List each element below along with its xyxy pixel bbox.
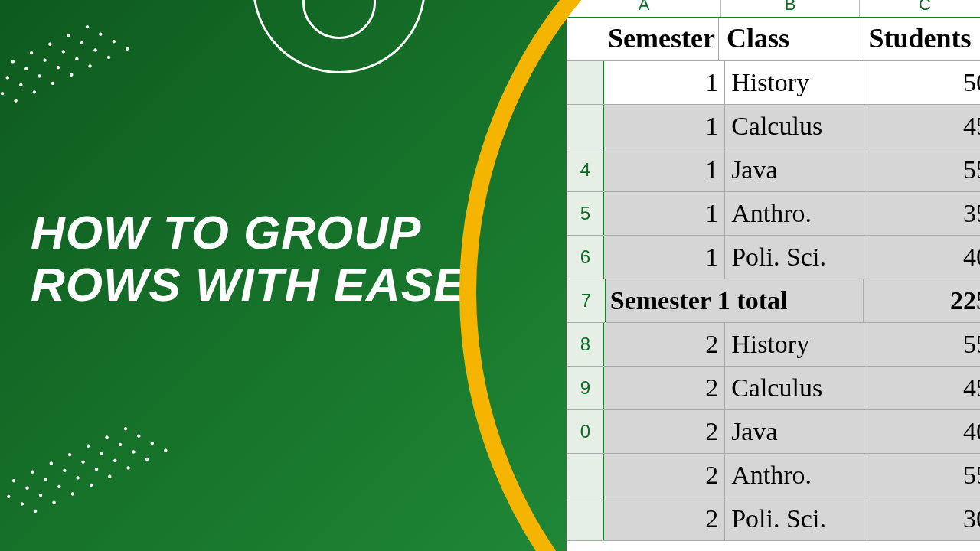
dot-cluster-bottom-icon: ● ● ● ● ● ● ● ● ● ● ● ● ● ● ● ● ● ● ● ● …: [0, 408, 176, 530]
headline: How to Group Rows with Ease: [31, 207, 466, 311]
headline-line-2: Rows with Ease: [31, 259, 466, 311]
dot-cluster-top-icon: ● ● ● ● ● ● ● ● ● ● ● ● ● ● ● ● ● ● ● ● …: [0, 6, 138, 128]
thumbnail-stage: ● ● ● ● ● ● ● ● ● ● ● ● ● ● ● ● ● ● ● ● …: [0, 0, 980, 551]
yellow-arc-icon: [459, 0, 980, 551]
headline-line-1: How to Group: [31, 207, 466, 259]
